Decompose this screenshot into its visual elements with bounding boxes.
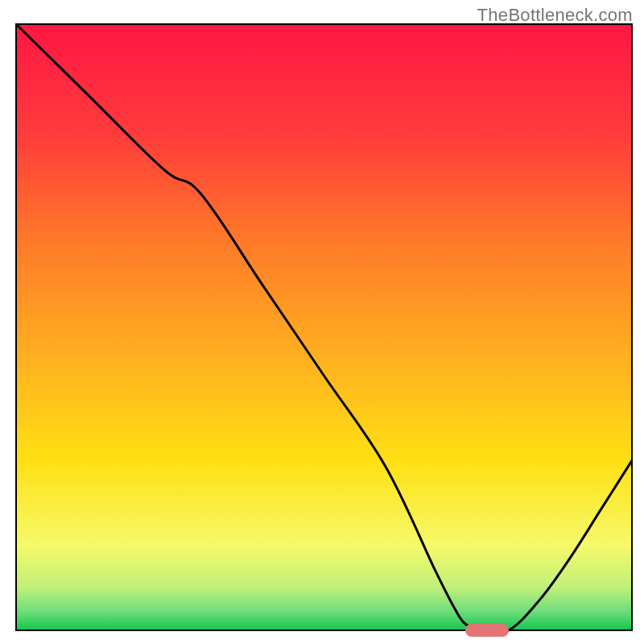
watermark-text: TheBottleneck.com (477, 5, 633, 26)
minimum-marker (465, 624, 509, 637)
chart-canvas (0, 0, 644, 644)
bottleneck-chart: TheBottleneck.com (0, 0, 644, 644)
